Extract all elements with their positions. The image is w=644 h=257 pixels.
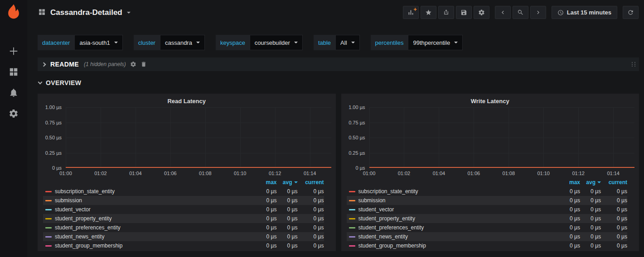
series-color-swatch (349, 227, 355, 228)
legend-max-value: 0 µs (256, 224, 277, 231)
gridline-vertical (404, 107, 404, 168)
series-name[interactable]: student_news_entity (358, 233, 560, 240)
bell-icon (9, 88, 19, 98)
variable-label: datacenter (38, 35, 74, 50)
chevron-right-icon (535, 9, 542, 16)
series-name[interactable]: student_group_membership (55, 243, 256, 249)
legend-row: submission 0 µs 0 µs 0 µs (347, 196, 628, 205)
add-panel-button[interactable]: + (403, 6, 419, 19)
x-tick-label: 01:00 (59, 171, 72, 176)
navbar-actions: + (397, 6, 639, 19)
time-shift-back-button[interactable] (495, 6, 511, 19)
sidebar-alerting-button[interactable] (9, 88, 19, 98)
legend-avg-value: 0 µs (580, 233, 601, 240)
variable-value: All (340, 39, 347, 46)
legend-col-max[interactable]: max (256, 179, 277, 186)
series-name[interactable]: student_preferences_entity (55, 224, 256, 231)
panel-title[interactable]: Read Latency (42, 95, 331, 107)
series-name[interactable]: subscription_state_entity (55, 188, 256, 195)
panels-row: Read Latency 1.00 µs0.75 µs0.50 µs0.25 µ… (38, 94, 639, 251)
x-tick-label: 01:06 (164, 171, 177, 176)
legend-max-value: 0 µs (256, 243, 277, 249)
sidebar-configuration-button[interactable] (9, 109, 19, 119)
series-color-swatch (45, 200, 52, 201)
row-drag-handle[interactable] (632, 62, 635, 67)
series-name[interactable]: student_property_entity (55, 215, 256, 222)
variable-value-dropdown[interactable]: coursebuilder (250, 35, 303, 50)
legend-rows: subscription_state_entity 0 µs 0 µs 0 µs… (347, 187, 628, 250)
variable-value-dropdown[interactable]: All (335, 35, 359, 50)
dashboard-settings-button[interactable] (474, 6, 489, 19)
grafana-app: Cassandra-Detailed + (0, 0, 644, 257)
clock-icon (557, 10, 564, 16)
legend-avg-value: 0 µs (277, 224, 298, 231)
variable-label: cluster (134, 35, 160, 50)
legend-avg-value: 0 µs (580, 206, 601, 213)
time-shift-forward-button[interactable] (530, 6, 546, 19)
series-name[interactable]: student_vector (55, 206, 256, 213)
legend-header: max avg current (43, 178, 324, 187)
legend-row: student_group_membership 0 µs 0 µs 0 µs (43, 241, 324, 250)
top-navbar: Cassandra-Detailed + (27, 0, 644, 25)
series-name[interactable]: subscription_state_entity (358, 188, 560, 195)
legend-col-avg[interactable]: avg (580, 179, 601, 186)
legend-avg-value: 0 µs (277, 206, 298, 213)
legend-rows: subscription_state_entity 0 µs 0 µs 0 µs… (43, 187, 324, 250)
save-dashboard-button[interactable] (456, 6, 472, 19)
legend-col-avg[interactable]: avg (277, 179, 298, 186)
series-color-swatch (349, 191, 355, 192)
panel-title[interactable]: Write Latency (346, 95, 635, 107)
legend-avg-value: 0 µs (277, 197, 298, 204)
variable-label: keyspace (216, 35, 250, 50)
sidebar-nav (9, 46, 19, 119)
x-tick-label: 01:04 (129, 171, 142, 176)
legend-row: student_news_entity 0 µs 0 µs 0 µs (347, 232, 628, 241)
grafana-logo[interactable] (5, 4, 22, 21)
legend-current-value: 0 µs (601, 197, 627, 204)
dashboard-title[interactable]: Cassandra-Detailed (50, 8, 122, 17)
legend-avg-value: 0 µs (580, 188, 601, 195)
legend-col-max[interactable]: max (559, 179, 580, 186)
y-tick-label: 0 µs (355, 165, 365, 171)
share-dashboard-button[interactable] (438, 6, 454, 19)
time-range-picker[interactable]: Last 15 minutes (552, 6, 617, 19)
series-color-swatch (349, 200, 355, 201)
series-color-swatch (45, 236, 52, 238)
series-name[interactable]: student_group_membership (358, 243, 560, 249)
zoom-out-button[interactable] (513, 6, 528, 19)
legend-row: student_vector 0 µs 0 µs 0 µs (347, 205, 628, 214)
series-name[interactable]: student_preferences_entity (358, 224, 560, 231)
gridline-vertical (474, 107, 474, 168)
legend-col-current[interactable]: current (298, 179, 324, 186)
series-name[interactable]: student_property_entity (358, 215, 560, 222)
series-name[interactable]: student_news_entity (55, 233, 256, 240)
row-overview[interactable]: OVERVIEW (38, 78, 639, 88)
row-readme[interactable]: README (1 hidden panels) (38, 57, 639, 71)
legend-row: subscription_state_entity 0 µs 0 µs 0 µs (347, 187, 628, 196)
series-name[interactable]: submission (55, 197, 256, 204)
sidebar-create-button[interactable] (9, 46, 19, 56)
dashboard-picker[interactable]: Cassandra-Detailed (38, 8, 131, 17)
star-dashboard-button[interactable] (421, 6, 436, 19)
chart-plot-area[interactable] (66, 107, 331, 168)
gear-icon (478, 9, 485, 16)
legend-current-value: 0 µs (601, 233, 627, 240)
legend-col-current[interactable]: current (601, 179, 627, 186)
series-name[interactable]: student_vector (358, 206, 560, 213)
x-tick-label: 01:14 (607, 171, 620, 176)
sidebar-dashboards-button[interactable] (9, 67, 19, 77)
variable-value-dropdown[interactable]: asia-south1 (74, 35, 122, 50)
y-tick-label: 0.25 µs (349, 150, 365, 156)
series-name[interactable]: submission (358, 197, 560, 204)
y-tick-label: 0.75 µs (45, 120, 62, 125)
legend-current-value: 0 µs (298, 233, 324, 240)
variable-value-dropdown[interactable]: cassandra (160, 35, 205, 50)
series-color-swatch (349, 245, 355, 247)
refresh-button[interactable] (623, 6, 639, 19)
legend-current-value: 0 µs (298, 206, 324, 213)
row-settings-button[interactable] (130, 61, 136, 67)
legend-current-value: 0 µs (601, 206, 627, 213)
chart-plot-area[interactable] (369, 107, 635, 168)
variable-value-dropdown[interactable]: 99thpercentile (408, 35, 463, 50)
row-delete-button[interactable] (140, 61, 147, 67)
